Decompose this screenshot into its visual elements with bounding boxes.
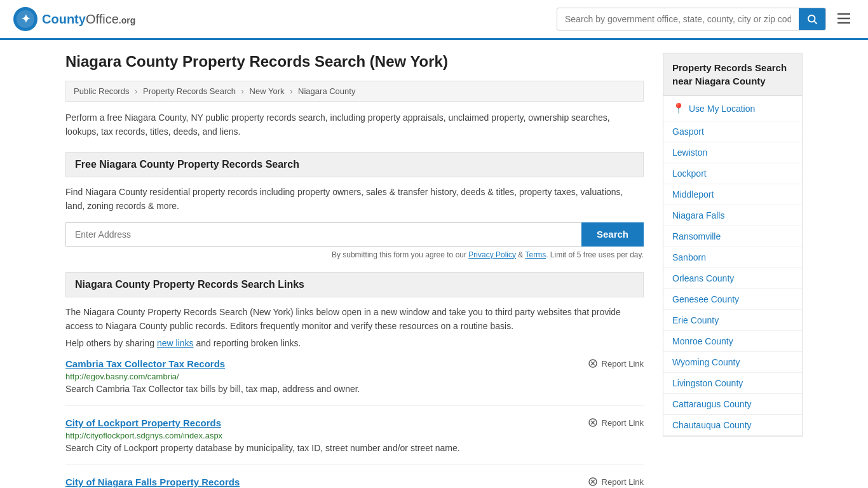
sidebar-link-gasport[interactable]: Gasport (672, 126, 704, 137)
sidebar-item-livingston-county: Livingston County (663, 373, 802, 394)
sidebar-link-sanborn[interactable]: Sanborn (672, 252, 706, 262)
sidebar-link-chautauqua-county[interactable]: Chautauqua County (672, 420, 752, 430)
free-search-section: Free Niagara County Property Records Sea… (65, 152, 644, 259)
header-search-input[interactable] (557, 9, 799, 29)
sidebar-link-livingston-county[interactable]: Livingston County (672, 378, 743, 388)
sidebar-item-middleport: Middleport (663, 184, 802, 205)
breadcrumb-sep-2: › (241, 86, 244, 96)
address-search-button[interactable]: Search (581, 222, 644, 247)
logo-area: ✦ CountyOffice.org (13, 6, 135, 32)
sidebar-link-ransomville[interactable]: Ransomville (672, 231, 721, 241)
sidebar-link-wyoming-county[interactable]: Wyoming County (672, 357, 740, 367)
sidebar-item-ransomville: Ransomville (663, 226, 802, 247)
breadcrumb-sep-1: › (135, 86, 137, 96)
logo-icon: ✦ (13, 6, 38, 32)
breadcrumb-public-records[interactable]: Public Records (74, 86, 129, 96)
sidebar-item-genesee-county: Genesee County (663, 289, 802, 310)
sidebar-link-lewiston[interactable]: Lewiston (672, 147, 707, 158)
header-search-button[interactable] (799, 8, 825, 30)
lockport-url[interactable]: http://cityoflockport.sdgnys.com/index.a… (65, 431, 644, 440)
sidebar-link-niagara-falls[interactable]: Niagara Falls (672, 210, 724, 220)
privacy-policy-link[interactable]: Privacy Policy (468, 250, 516, 259)
sidebar-link-erie-county[interactable]: Erie County (672, 315, 719, 325)
form-disclaimer: By submitting this form you agree to our… (65, 250, 644, 259)
sidebar-item-cattaraugus-county: Cattaraugus County (663, 394, 802, 415)
links-section-header: Niagara County Property Records Search L… (65, 272, 644, 297)
breadcrumb-sep-3: › (290, 86, 292, 96)
cambria-url[interactable]: http://egov.basny.com/cambria/ (65, 372, 644, 381)
terms-link[interactable]: Terms (525, 250, 546, 259)
breadcrumb-property-records[interactable]: Property Records Search (143, 86, 236, 96)
page-description: Perform a free Niagara County, NY public… (65, 111, 644, 139)
address-description: Find Niagara County residential property… (65, 185, 644, 214)
sidebar-item-gasport: Gasport (663, 121, 802, 142)
header: ✦ CountyOffice.org (0, 0, 868, 40)
breadcrumb-niagara-county[interactable]: Niagara County (298, 86, 355, 96)
breadcrumb: Public Records › Property Records Search… (65, 81, 644, 102)
report-icon-3 (588, 477, 598, 487)
report-label-2: Report Link (602, 418, 644, 428)
sidebar-item-niagara-falls: Niagara Falls (663, 205, 802, 226)
address-input[interactable] (65, 222, 581, 247)
logo-text: CountyOffice.org (42, 12, 135, 27)
lockport-desc: Search City of Lockport property databas… (65, 443, 644, 453)
sidebar-item-orleans-county: Orleans County (663, 268, 802, 289)
limit-text: . Limit of 5 free uses per day. (546, 250, 644, 259)
sidebar-link-orleans-county[interactable]: Orleans County (672, 273, 734, 283)
sidebar: Property Records Search near Niagara Cou… (663, 53, 803, 488)
record-link-niagara-falls-header: City of Niagara Falls Property Records R… (65, 477, 644, 487)
report-icon-2 (588, 417, 598, 428)
sidebar-item-sanborn: Sanborn (663, 247, 802, 268)
svg-text:✦: ✦ (21, 13, 31, 25)
sidebar-link-lockport[interactable]: Lockport (672, 168, 707, 179)
content: Niagara County Property Records Search (… (65, 53, 644, 488)
sidebar-link-middleport[interactable]: Middleport (672, 189, 714, 200)
niagara-falls-report-link[interactable]: Report Link (588, 477, 644, 487)
sidebar-item-lewiston: Lewiston (663, 142, 802, 163)
niagara-falls-title[interactable]: City of Niagara Falls Property Records (65, 477, 240, 487)
sidebar-item-chautauqua-county: Chautauqua County (663, 415, 802, 436)
free-search-header: Free Niagara County Property Records Sea… (65, 152, 644, 177)
sidebar-item-wyoming-county: Wyoming County (663, 352, 802, 373)
cambria-desc: Search Cambria Tax Collector tax bills b… (65, 384, 644, 394)
cambria-title[interactable]: Cambria Tax Collector Tax Records (65, 358, 225, 369)
lockport-title[interactable]: City of Lockport Property Records (65, 417, 221, 428)
page-title: Niagara County Property Records Search (… (65, 53, 644, 71)
record-link-lockport-header: City of Lockport Property Records Report… (65, 417, 644, 428)
sidebar-link-monroe-county[interactable]: Monroe County (672, 336, 733, 346)
use-my-location-link[interactable]: Use My Location (689, 104, 755, 114)
location-pin-icon: 📍 (672, 102, 685, 114)
record-link-cambria-header: Cambria Tax Collector Tax Records Report… (65, 358, 644, 369)
search-icon (806, 13, 818, 25)
svg-line-4 (814, 21, 817, 24)
links-section: Niagara County Property Records Search L… (65, 272, 644, 488)
sidebar-item-erie-county: Erie County (663, 310, 802, 331)
sidebar-item-monroe-county: Monroe County (663, 331, 802, 352)
sidebar-link-cattaraugus-county[interactable]: Cattaraugus County (672, 399, 752, 409)
cambria-report-link[interactable]: Report Link (588, 358, 644, 369)
breadcrumb-new-york[interactable]: New York (250, 86, 285, 96)
address-form: Search (65, 222, 644, 247)
hamburger-button[interactable] (832, 7, 855, 32)
report-label-3: Report Link (602, 477, 644, 487)
header-right (557, 7, 855, 32)
sidebar-title: Property Records Search near Niagara Cou… (663, 53, 803, 96)
lockport-report-link[interactable]: Report Link (588, 417, 644, 428)
main-container: Niagara County Property Records Search (… (53, 40, 815, 488)
hamburger-icon (835, 10, 853, 27)
svg-point-3 (808, 15, 815, 22)
links-help: Help others by sharing new links and rep… (65, 338, 644, 348)
search-bar (557, 8, 826, 30)
sidebar-item-lockport: Lockport (663, 163, 802, 184)
record-link-lockport: City of Lockport Property Records Report… (65, 417, 644, 465)
sidebar-link-genesee-county[interactable]: Genesee County (672, 294, 739, 304)
report-icon (588, 358, 598, 369)
sidebar-use-location[interactable]: 📍 Use My Location (663, 96, 802, 121)
record-link-niagara-falls: City of Niagara Falls Property Records R… (65, 477, 644, 488)
record-link-cambria: Cambria Tax Collector Tax Records Report… (65, 358, 644, 406)
sidebar-list: 📍 Use My Location Gasport Lewiston Lockp… (663, 96, 803, 437)
report-label: Report Link (602, 359, 644, 369)
links-description: The Niagara County Property Records Sear… (65, 305, 644, 334)
new-links-link[interactable]: new links (157, 338, 194, 348)
